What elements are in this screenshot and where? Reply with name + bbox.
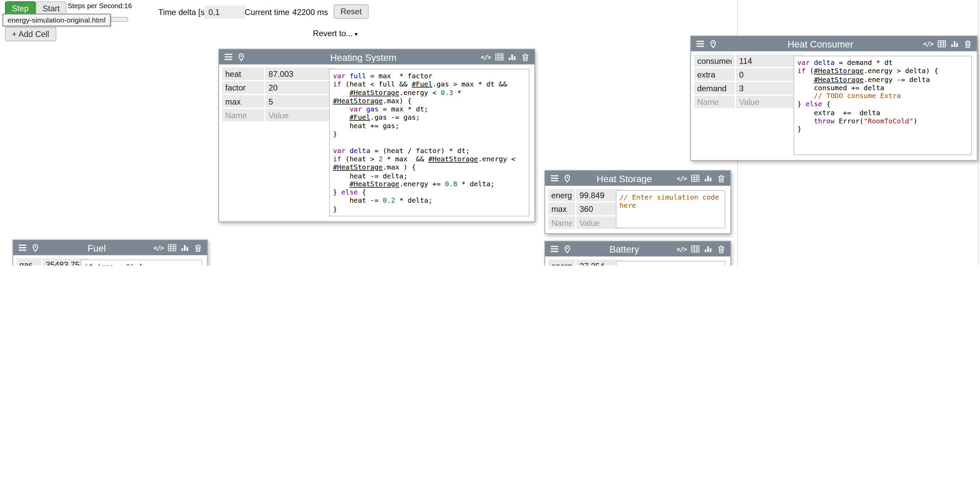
trash-icon[interactable] <box>963 39 972 48</box>
cell-heating-system[interactable]: Heating System </> var ful <box>218 49 535 222</box>
cell-title[interactable]: Heating System <box>250 52 477 62</box>
field-name-input[interactable] <box>694 54 735 67</box>
field-table <box>548 260 623 265</box>
code-editor[interactable]: if (gas < 0) { throw Error("GasEmpty")} <box>81 260 202 265</box>
menu-icon[interactable] <box>549 174 559 183</box>
table-icon[interactable] <box>167 243 177 252</box>
code-editor[interactable]: var delta = demand * dtif (#HeatStorage.… <box>794 56 972 155</box>
steps-per-second-value: 16 <box>124 2 132 9</box>
field-name-input[interactable] <box>548 216 575 229</box>
trash-icon[interactable] <box>194 243 203 252</box>
trash-icon[interactable] <box>717 245 726 254</box>
cell-battery[interactable]: Battery </> <box>544 241 731 265</box>
field-name-input[interactable] <box>694 96 735 108</box>
field-row <box>548 189 623 202</box>
field-value-input[interactable] <box>265 109 334 121</box>
cell-header[interactable]: Battery </> <box>545 241 730 256</box>
menu-icon[interactable] <box>18 243 27 252</box>
field-row <box>222 81 334 94</box>
current-time-label: Current time <box>245 8 290 17</box>
cell-fuel[interactable]: Fuel </> if (gas < 0) { throw Error("Gas… <box>13 240 208 265</box>
code-editor[interactable]: var full = max * factorif (heat < full &… <box>329 69 530 216</box>
field-row <box>222 95 334 108</box>
field-row <box>548 260 623 265</box>
field-value-input[interactable] <box>265 81 334 94</box>
cell-title[interactable]: Fuel <box>44 242 150 253</box>
table-icon[interactable] <box>690 245 700 254</box>
field-table <box>548 189 623 229</box>
pin-icon[interactable] <box>563 174 572 183</box>
trash-icon[interactable] <box>717 174 726 183</box>
field-name-input[interactable] <box>694 82 735 95</box>
field-row <box>548 203 623 215</box>
chevron-down-icon: ▾ <box>355 31 358 38</box>
chart-icon[interactable] <box>508 52 517 62</box>
code-editor[interactable]: // Enter simulation code here <box>616 190 725 228</box>
field-row-placeholder <box>694 96 803 108</box>
code-icon[interactable]: </> <box>677 245 687 254</box>
add-cell-button[interactable]: + Add Cell <box>5 27 56 41</box>
code-icon[interactable]: </> <box>481 52 491 62</box>
cell-heat-consumer[interactable]: Heat Consumer </> var delt <box>690 35 978 160</box>
code-editor[interactable] <box>616 261 725 265</box>
cell-title[interactable]: Heat Storage <box>576 173 673 184</box>
canvas: Step Start Steps per Second:16 energy-si… <box>0 0 980 265</box>
table-icon[interactable] <box>690 174 700 183</box>
cell-title[interactable]: Battery <box>576 244 673 254</box>
cell-header[interactable]: Fuel </> <box>13 240 207 255</box>
toolbar: Step Start Steps per Second:16 energy-si… <box>0 0 737 44</box>
reset-button[interactable]: Reset <box>333 5 368 19</box>
field-row <box>222 68 334 80</box>
trash-icon[interactable] <box>521 52 530 62</box>
table-icon[interactable] <box>937 39 946 48</box>
right-edge-line <box>978 0 979 265</box>
cell-heat-storage[interactable]: Heat Storage </> // Enter simulation cod… <box>544 170 731 234</box>
menu-icon[interactable] <box>223 52 232 62</box>
field-name-input[interactable] <box>222 68 264 80</box>
pin-icon[interactable] <box>563 245 572 254</box>
field-name-input[interactable] <box>548 189 575 202</box>
code-icon[interactable]: </> <box>153 243 163 252</box>
steps-per-second-label: Steps per Second:16 <box>68 2 132 9</box>
revert-dropdown[interactable]: Revert to...▾ <box>313 29 358 38</box>
chart-icon[interactable] <box>180 243 189 252</box>
code-icon[interactable]: </> <box>677 174 687 183</box>
field-row-placeholder <box>548 216 623 229</box>
field-table <box>222 68 334 121</box>
chart-icon[interactable] <box>703 245 713 254</box>
cell-title[interactable]: Heat Consumer <box>721 39 919 49</box>
time-delta-label: Time delta [s] <box>158 8 207 17</box>
field-row <box>694 54 803 67</box>
cell-header[interactable]: Heat Storage </> <box>545 171 730 186</box>
menu-icon[interactable] <box>549 245 559 254</box>
pin-icon[interactable] <box>31 243 40 252</box>
table-icon[interactable] <box>495 52 504 62</box>
chart-icon[interactable] <box>703 174 713 183</box>
field-name-input[interactable] <box>548 203 575 215</box>
chart-icon[interactable] <box>950 39 959 48</box>
field-row <box>694 68 803 81</box>
current-time-value: 42200 ms <box>292 8 328 17</box>
field-row <box>694 82 803 95</box>
code-icon[interactable]: </> <box>923 39 933 48</box>
field-name-input[interactable] <box>222 95 264 108</box>
field-table <box>694 54 803 108</box>
field-table <box>16 258 88 265</box>
field-row-placeholder <box>222 109 334 121</box>
field-name-input[interactable] <box>222 109 264 121</box>
time-delta-input[interactable] <box>204 5 245 19</box>
field-name-input[interactable] <box>548 260 575 265</box>
field-value-input[interactable] <box>265 68 334 80</box>
field-name-input[interactable] <box>694 68 735 81</box>
filename-tooltip: energy-simulation-original.html <box>2 14 110 26</box>
pin-icon[interactable] <box>237 52 246 62</box>
field-name-input[interactable] <box>222 81 264 94</box>
field-row <box>16 258 88 265</box>
field-name-input[interactable] <box>16 258 41 265</box>
cell-header[interactable]: Heating System </> <box>219 49 535 65</box>
field-value-input[interactable] <box>265 95 334 108</box>
